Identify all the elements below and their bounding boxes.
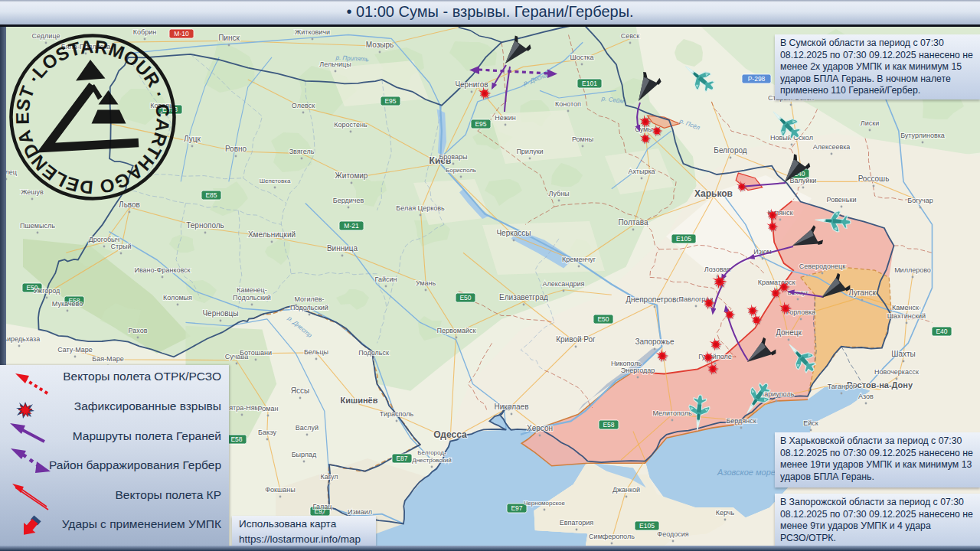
svg-text:Херсон: Херсон: [527, 424, 553, 432]
svg-text:Подольский: Подольский: [233, 294, 271, 302]
svg-text:M-21: M-21: [344, 222, 359, 230]
svg-text:Нежин: Нежин: [495, 114, 515, 122]
svg-text:Подольский: Подольский: [290, 304, 328, 311]
svg-text:P-298: P-298: [748, 75, 766, 83]
svg-text:Белая Церковь: Белая Церковь: [396, 204, 445, 212]
svg-text:E105: E105: [676, 235, 691, 243]
svg-text:E101: E101: [582, 80, 597, 87]
svg-text:Алексеевка: Алексеевка: [813, 143, 851, 151]
svg-text:Подольск: Подольск: [358, 349, 389, 357]
svg-text:E95: E95: [475, 120, 486, 128]
svg-text:Лиски: Лиски: [861, 119, 879, 127]
svg-text:Черновцы: Черновцы: [202, 309, 238, 318]
svg-text:Керчь: Керчь: [716, 509, 735, 517]
svg-text:Бырлад: Бырлад: [292, 451, 317, 458]
svg-text:Васлуй: Васлуй: [296, 424, 318, 432]
svg-text:Полтава: Полтава: [618, 218, 648, 227]
svg-text:Каменск-: Каменск-: [892, 304, 921, 311]
svg-text:Ахтырка: Ахтырка: [628, 168, 655, 175]
svg-text:Новочеркасск: Новочеркасск: [874, 368, 919, 376]
svg-text:Черноморское: Черноморское: [524, 500, 566, 507]
svg-text:Умань: Умань: [416, 279, 436, 287]
svg-text:Кривой Рог: Кривой Рог: [556, 335, 596, 344]
svg-text:Мелитополь: Мелитополь: [652, 409, 692, 417]
svg-text:Бердянск: Бердянск: [726, 417, 756, 425]
svg-text:Шахтинский: Шахтинский: [887, 312, 926, 320]
svg-text:Винница: Винница: [327, 244, 358, 253]
svg-text:Джанкой: Джанкой: [612, 486, 640, 494]
svg-text:Житковичи: Житковичи: [295, 28, 330, 36]
svg-text:Шепетовка: Шепетовка: [260, 178, 291, 184]
svg-text:Ростов-на-Дону: Ростов-на-Дону: [847, 380, 913, 390]
svg-text:Могилёв-: Могилёв-: [295, 295, 325, 303]
svg-text:Луцк: Луцк: [184, 135, 201, 143]
svg-text:Луганск: Луганск: [848, 289, 876, 297]
svg-text:Белгород: Белгород: [714, 146, 747, 155]
svg-text:Коростень: Коростень: [334, 121, 368, 129]
svg-text:Мукачево: Мукачево: [52, 300, 83, 308]
svg-text:Львов: Львов: [119, 201, 140, 209]
svg-text:Александрия: Александрия: [543, 280, 585, 288]
svg-text:Днепропетровск: Днепропетровск: [626, 295, 684, 304]
svg-text:Северодонецк: Северодонецк: [799, 262, 845, 270]
svg-text:Роман: Роман: [258, 405, 279, 412]
svg-text:Россошь: Россошь: [858, 174, 890, 183]
svg-text:Бердичев: Бердичев: [333, 197, 364, 204]
svg-text:Бельцы: Бельцы: [304, 348, 328, 356]
svg-text:Фокшаны: Фокшаны: [265, 486, 295, 494]
svg-text:Белгород-: Белгород-: [417, 449, 446, 456]
svg-text:E58: E58: [230, 435, 242, 443]
svg-text:Хмельницкий: Хмельницкий: [248, 230, 296, 239]
svg-text:Звягель: Звягель: [289, 148, 315, 155]
svg-text:Николаев: Николаев: [495, 403, 529, 411]
svg-text:Энергодар: Энергодар: [621, 367, 655, 374]
svg-text:Кобрин: Кобрин: [133, 28, 156, 36]
svg-text:Кременчуг: Кременчуг: [562, 256, 596, 263]
svg-text:Шахты: Шахты: [891, 350, 915, 358]
svg-text:Тернополь: Тернополь: [186, 221, 224, 230]
svg-text:Бутурлиновка: Бутурлиновка: [900, 132, 945, 139]
svg-text:Ивано-Франковск: Ивано-Франковск: [134, 266, 190, 274]
svg-text:Таганрог: Таганрог: [828, 383, 856, 390]
svg-text:Азовское море: Азовское море: [717, 468, 776, 477]
svg-text:Гайсин: Гайсин: [375, 276, 397, 283]
svg-text:M-10: M-10: [174, 30, 189, 37]
svg-text:E50: E50: [597, 315, 609, 323]
svg-text:Борисполь: Борисполь: [446, 167, 476, 174]
svg-text:Симферополь: Симферополь: [589, 533, 635, 540]
svg-text:Коломыя: Коломыя: [163, 294, 192, 302]
svg-text:Богучар: Богучар: [907, 197, 933, 204]
svg-text:Евпатория: Евпатория: [560, 519, 594, 527]
svg-text:Ровно: Ровно: [225, 145, 247, 153]
svg-text:Бакэу: Бакэу: [258, 429, 277, 436]
svg-text:Сату-Маре: Сату-Маре: [57, 346, 93, 354]
svg-text:E58: E58: [603, 421, 614, 429]
svg-text:Тирасполь: Тирасполь: [380, 410, 414, 418]
svg-text:Кишинёв: Кишинёв: [341, 396, 378, 405]
svg-text:E105: E105: [639, 522, 655, 530]
svg-text:Гуляйполе: Гуляйполе: [698, 353, 732, 360]
svg-text:E50: E50: [459, 294, 471, 302]
svg-text:Яссы: Яссы: [291, 386, 309, 395]
svg-text:E87: E87: [396, 455, 407, 462]
svg-text:Днестровский: Днестровский: [412, 457, 451, 464]
svg-text:Кагул: Кагул: [320, 473, 338, 481]
svg-text:Харьков: Харьков: [694, 188, 733, 199]
svg-text:Феодосия: Феодосия: [657, 530, 688, 538]
svg-text:Измаил: Измаил: [348, 508, 372, 516]
svg-text:Лубны: Лубны: [548, 190, 569, 197]
svg-text:Мозырь: Мозырь: [366, 41, 394, 49]
svg-text:Валуйки: Валуйки: [790, 177, 817, 184]
svg-text:Одесса: Одесса: [433, 429, 467, 440]
svg-text:Прилуки: Прилуки: [516, 148, 543, 155]
svg-text:E97: E97: [511, 504, 522, 512]
svg-text:Галац: Галац: [313, 503, 332, 510]
svg-text:Ейск: Ейск: [803, 419, 818, 427]
svg-text:Шостка: Шостка: [570, 54, 593, 61]
svg-text:Конотоп: Конотоп: [555, 100, 581, 108]
svg-text:Краматорск: Краматорск: [758, 279, 795, 286]
svg-text:Севск: Севск: [621, 32, 640, 40]
svg-text:Олевск: Олевск: [292, 102, 315, 109]
svg-text:Ужгород: Ужгород: [34, 287, 60, 295]
svg-text:Стрый: Стрый: [110, 243, 131, 250]
